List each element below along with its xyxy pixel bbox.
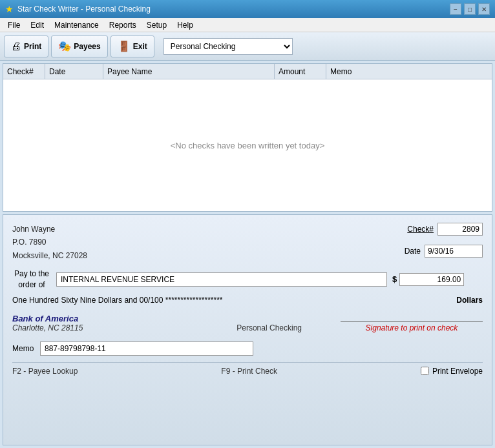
exit-button[interactable]: 🚪 Exit — [111, 36, 154, 57]
col-header-amount: Amount — [275, 64, 326, 79]
title-bar-text: Star Check Writer - Personal Checking — [17, 5, 151, 14]
menu-file[interactable]: File — [3, 19, 25, 31]
check-num-label: Check# — [407, 225, 434, 234]
pay-to-row: Pay to the order of $ — [12, 269, 483, 290]
dollar-sign: $ — [392, 274, 397, 284]
col-header-memo: Memo — [326, 64, 492, 79]
payees-icon: 🎭 — [58, 40, 71, 52]
app-icon: ★ — [5, 4, 14, 14]
check-form-right-top: Check# Date — [405, 223, 483, 258]
f9-hint: F9 - Print Check — [221, 367, 277, 376]
col-header-check: Check# — [3, 64, 45, 79]
payees-button[interactable]: 🎭 Payees — [51, 36, 107, 57]
memo-label: Memo — [12, 344, 35, 353]
check-list-header: Check# Date Payee Name Amount Memo — [3, 64, 492, 79]
menu-setup[interactable]: Setup — [142, 19, 172, 31]
signature-area: Signature to print on check — [341, 321, 483, 332]
minimize-button[interactable]: − — [450, 3, 461, 15]
dollars-label: Dollars — [456, 296, 483, 305]
bank-address: Charlotte, NC 28115 — [12, 323, 83, 332]
check-list-body: <No checks have been written yet today> — [3, 79, 492, 211]
menu-maintenance[interactable]: Maintenance — [49, 19, 104, 31]
pay-to-label: Pay to the order of — [12, 269, 51, 290]
print-envelope-label: Print Envelope — [432, 367, 483, 376]
date-input[interactable] — [425, 245, 483, 258]
amount-area: $ — [392, 273, 483, 286]
written-amount-text: One Hundred Sixty Nine Dollars and 00/10… — [12, 296, 452, 305]
print-envelope-checkbox[interactable] — [421, 367, 429, 375]
amount-input[interactable] — [399, 273, 464, 286]
bank-sig-row: Bank of America Charlotte, NC 28115 Pers… — [12, 314, 483, 332]
check-list-container: Check# Date Payee Name Amount Memo <No c… — [3, 63, 492, 212]
owner-name: John Wayne — [12, 223, 87, 236]
window-controls: − □ ✕ — [450, 3, 490, 15]
f2-hint: F2 - Payee Lookup — [12, 367, 78, 376]
owner-info: John Wayne P.O. 7890 Mocksville, NC 2702… — [12, 223, 87, 262]
close-button[interactable]: ✕ — [478, 3, 490, 15]
written-amount-row: One Hundred Sixty Nine Dollars and 00/10… — [12, 296, 483, 305]
date-row: Date — [405, 245, 483, 258]
exit-icon: 🚪 — [118, 40, 131, 52]
menu-bar: File Edit Maintenance Reports Setup Help — [0, 18, 495, 32]
menu-reports[interactable]: Reports — [104, 19, 142, 31]
col-header-date: Date — [45, 64, 103, 79]
print-envelope-area: Print Envelope — [421, 367, 483, 376]
memo-row: Memo — [12, 341, 483, 356]
check-num-input[interactable] — [437, 223, 483, 236]
bank-info: Bank of America Charlotte, NC 28115 — [12, 314, 83, 332]
print-icon: 🖨 — [11, 41, 21, 52]
signature-line — [341, 321, 483, 322]
menu-edit[interactable]: Edit — [25, 19, 49, 31]
print-button[interactable]: 🖨 Print — [4, 36, 48, 57]
owner-address1: P.O. 7890 — [12, 236, 87, 249]
signature-text: Signature to print on check — [341, 323, 483, 332]
owner-address2: Mocksville, NC 27028 — [12, 249, 87, 262]
check-num-area: Check# — [407, 223, 483, 236]
empty-message: <No checks have been written yet today> — [171, 141, 324, 150]
footer-row: F2 - Payee Lookup F9 - Print Check Print… — [12, 362, 483, 376]
menu-help[interactable]: Help — [172, 19, 198, 31]
account-selector[interactable]: Personal Checking Business Checking Savi… — [163, 38, 293, 55]
maximize-button[interactable]: □ — [464, 3, 476, 15]
memo-input[interactable] — [40, 341, 253, 356]
col-header-payee: Payee Name — [103, 64, 275, 79]
check-form: John Wayne P.O. 7890 Mocksville, NC 2702… — [3, 214, 492, 445]
check-form-top: John Wayne P.O. 7890 Mocksville, NC 2702… — [12, 223, 483, 262]
title-bar: ★ Star Check Writer - Personal Checking … — [0, 0, 495, 18]
payee-input[interactable] — [56, 272, 387, 287]
main-content: Check# Date Payee Name Amount Memo <No c… — [0, 61, 495, 448]
date-label: Date — [405, 247, 421, 256]
account-type-label: Personal Checking — [237, 323, 302, 332]
bank-name: Bank of America — [12, 314, 83, 323]
toolbar: 🖨 Print 🎭 Payees 🚪 Exit Personal Checkin… — [0, 32, 495, 61]
